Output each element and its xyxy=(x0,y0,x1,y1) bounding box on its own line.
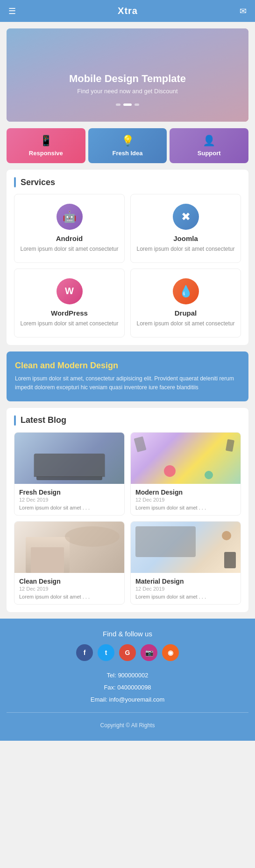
hero-overlay: Mobile Design Template Find your need no… xyxy=(7,63,248,122)
twitter-button[interactable]: t xyxy=(98,644,114,661)
blog-clean-design-title: Clean Design xyxy=(19,578,120,585)
social-icons: f t G 📷 ◉ xyxy=(7,644,248,661)
header: ☰ Xtra ✉ xyxy=(0,0,255,22)
fresh-label: Fresh Idea xyxy=(92,150,163,157)
rss-button[interactable]: ◉ xyxy=(162,644,179,661)
blog-img-clean-design xyxy=(14,522,124,573)
blog-fresh-design-excerpt: Lorem ipsum dolor sit amet . . . xyxy=(19,505,120,510)
fax-label: Fax: xyxy=(104,684,115,691)
joomla-name: Joomla xyxy=(136,234,235,242)
wordpress-icon: W xyxy=(57,278,83,304)
android-name: Android xyxy=(20,234,119,242)
footer-follow-title: Find & follow us xyxy=(7,630,248,638)
facebook-button[interactable]: f xyxy=(76,644,93,661)
email-value: info@youremail.com xyxy=(109,696,165,703)
joomla-desc: Lorem ipsum dolor sit amet consectetur xyxy=(136,245,235,253)
hero-banner: Mobile Design Template Find your need no… xyxy=(7,28,248,122)
feature-card-support[interactable]: 👤 Support xyxy=(170,128,248,163)
google-button[interactable]: G xyxy=(119,644,136,661)
blog-material-design-excerpt: Lorem ipsum dolor sit amet . . . xyxy=(135,594,236,599)
blog-content-fresh-design: Fresh Design 12 Dec 2019 Lorem ipsum dol… xyxy=(14,484,124,515)
blog-card-fresh-design[interactable]: Fresh Design 12 Dec 2019 Lorem ipsum dol… xyxy=(14,432,125,516)
footer-copyright: Copyright © All Rights xyxy=(7,717,248,733)
blog-content-modern-design: Modern Design 12 Dec 2019 Lorem ipsum do… xyxy=(131,484,241,515)
fresh-icon: 💡 xyxy=(92,135,163,147)
support-label: Support xyxy=(173,150,245,157)
footer-tel: Tel: 900000002 xyxy=(7,669,248,682)
service-card-drupal[interactable]: 💧 Drupal Lorem ipsum dolor sit amet cons… xyxy=(130,269,241,338)
modern-banner-title: Clean and Modern Design xyxy=(15,361,240,371)
hero-dots xyxy=(11,99,244,108)
tel-label: Tel: xyxy=(107,672,116,679)
services-section: Services 🤖 Android Lorem ipsum dolor sit… xyxy=(7,170,248,345)
android-desc: Lorem ipsum dolor sit amet consectetur xyxy=(20,245,119,253)
blog-fresh-design-date: 12 Dec 2019 xyxy=(19,497,120,503)
blog-modern-design-date: 12 Dec 2019 xyxy=(135,497,236,503)
tel-value: 900000002 xyxy=(118,672,148,679)
blog-fresh-design-title: Fresh Design xyxy=(19,489,120,496)
hero-subtitle: Find your need now and get Discount xyxy=(11,88,244,95)
services-title: Services xyxy=(14,177,241,187)
wordpress-desc: Lorem ipsum dolor sit amet consectetur xyxy=(20,320,119,328)
android-icon: 🤖 xyxy=(57,204,83,230)
blog-clean-design-excerpt: Lorem ipsum dolor sit amet . . . xyxy=(19,594,120,599)
responsive-icon: 📱 xyxy=(10,135,82,147)
service-card-wordpress[interactable]: W WordPress Lorem ipsum dolor sit amet c… xyxy=(14,269,125,338)
mail-icon[interactable]: ✉ xyxy=(240,6,247,16)
responsive-label: Responsive xyxy=(10,150,82,157)
blog-img-material-design xyxy=(131,522,241,573)
hamburger-icon[interactable]: ☰ xyxy=(8,6,16,16)
blog-card-clean-design[interactable]: Clean Design 12 Dec 2019 Lorem ipsum dol… xyxy=(14,521,125,605)
services-grid: 🤖 Android Lorem ipsum dolor sit amet con… xyxy=(14,194,241,338)
modern-banner: Clean and Modern Design Lorem ipsum dolo… xyxy=(7,351,248,401)
support-icon: 👤 xyxy=(173,135,245,147)
footer-divider xyxy=(7,712,248,713)
blog-img-fresh-design xyxy=(14,433,124,484)
blog-section: Latest Blog Fresh Design 12 Dec 2019 Lor… xyxy=(7,408,248,612)
blog-modern-design-title: Modern Design xyxy=(135,489,236,496)
blog-material-design-date: 12 Dec 2019 xyxy=(135,586,236,592)
instagram-button[interactable]: 📷 xyxy=(141,644,157,661)
modern-banner-text: Lorem ipsum dolor sit amet, consectetur … xyxy=(15,374,240,392)
footer: Find & follow us f t G 📷 ◉ Tel: 90000000… xyxy=(0,619,255,741)
footer-contact: Tel: 900000002 Fax: 0400000098 Email: in… xyxy=(7,669,248,706)
blog-card-material-design[interactable]: Material Design 12 Dec 2019 Lorem ipsum … xyxy=(130,521,241,605)
blog-card-modern-design[interactable]: Modern Design 12 Dec 2019 Lorem ipsum do… xyxy=(130,432,241,516)
email-label: Email: xyxy=(91,696,107,703)
hero-title: Mobile Design Template xyxy=(11,73,244,85)
blog-material-design-title: Material Design xyxy=(135,578,236,585)
drupal-desc: Lorem ipsum dolor sit amet consectetur xyxy=(136,320,235,328)
blog-content-clean-design: Clean Design 12 Dec 2019 Lorem ipsum dol… xyxy=(14,573,124,604)
feature-card-responsive[interactable]: 📱 Responsive xyxy=(7,128,85,163)
feature-cards: 📱 Responsive 💡 Fresh Idea 👤 Support xyxy=(7,128,248,163)
blog-img-modern-design xyxy=(131,433,241,484)
service-card-android[interactable]: 🤖 Android Lorem ipsum dolor sit amet con… xyxy=(14,194,125,263)
service-card-joomla[interactable]: ✖ Joomla Lorem ipsum dolor sit amet cons… xyxy=(130,194,241,263)
blog-grid: Fresh Design 12 Dec 2019 Lorem ipsum dol… xyxy=(14,432,241,605)
footer-fax: Fax: 0400000098 xyxy=(7,682,248,694)
drupal-name: Drupal xyxy=(136,309,235,317)
joomla-icon: ✖ xyxy=(173,204,199,230)
wordpress-name: WordPress xyxy=(20,309,119,317)
blog-modern-design-excerpt: Lorem ipsum dolor sit amet . . . xyxy=(135,505,236,510)
feature-card-fresh[interactable]: 💡 Fresh Idea xyxy=(88,128,167,163)
blog-clean-design-date: 12 Dec 2019 xyxy=(19,586,120,592)
footer-email: Email: info@youremail.com xyxy=(7,694,248,706)
app-title: Xtra xyxy=(118,6,138,16)
blog-title: Latest Blog xyxy=(14,415,241,426)
fax-value: 0400000098 xyxy=(117,684,151,691)
blog-content-material-design: Material Design 12 Dec 2019 Lorem ipsum … xyxy=(131,573,241,604)
drupal-icon: 💧 xyxy=(173,278,199,304)
